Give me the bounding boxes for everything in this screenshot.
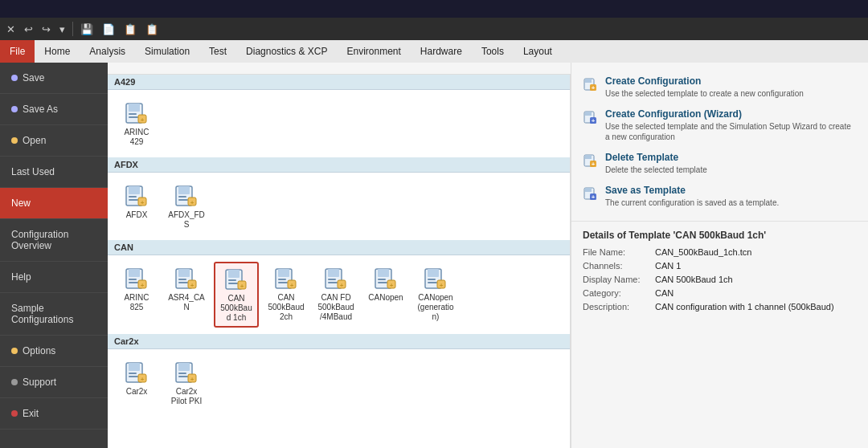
toolbar-close[interactable]: ✕ [3,22,18,37]
template-item-arinc825[interactable]: + ARINC 825 [114,262,159,328]
svg-rect-57 [428,282,437,283]
detail-value-0: CAN_500kBaud_1ch.tcn [655,247,751,257]
template-icon-arinc429: + [124,100,149,126]
svg-rect-14 [178,196,186,198]
toolbar-redo[interactable]: ↪ [39,22,54,37]
template-icon-car2x: + [124,360,149,385]
menu-item-file[interactable]: File [0,40,35,63]
sidebar-item-lastused[interactable]: Last Used [0,157,108,188]
svg-rect-69 [178,376,188,377]
menu-item-layout[interactable]: Layout [514,40,562,63]
sidebar-item-new[interactable]: New [0,188,108,219]
template-item-canopen[interactable]: + CANopen [363,262,408,328]
sidebar-label-help: Help [11,271,31,283]
menu-item-environment[interactable]: Environment [337,40,410,63]
sidebar-item-saveas[interactable]: Save As [0,94,108,125]
svg-rect-7 [129,186,140,194]
template-item-car2xpilotpki[interactable]: + Car2x Pilot PKI [164,356,209,410]
template-icon-can500k1ch: + [223,267,249,292]
action-text-create-config: Create ConfigurationUse the selected tem… [605,75,804,99]
template-label-can500k2ch: CAN 500kBaud 2ch [268,293,305,322]
svg-rect-55 [428,269,439,277]
svg-rect-20 [129,279,137,280]
action-desc-save-as-template: The current configuration is saved as a … [605,198,779,208]
toolbar-dropdown[interactable]: ▾ [56,22,68,37]
action-icon-create-config: + [583,76,599,92]
svg-rect-31 [228,270,240,278]
sidebar-item-sampleconfigs[interactable]: Sample Configurations [0,293,108,336]
action-item-create-config[interactable]: + Create ConfigurationUse the selected t… [583,71,857,104]
action-text-save-as-template: Save as TemplateThe current configuratio… [605,185,779,208]
sidebar-item-exit[interactable]: Exit [0,398,108,430]
svg-rect-62 [129,373,137,374]
template-item-arinc429[interactable]: + ARINC 429 [114,96,159,151]
menu-item-home[interactable]: Home [35,40,80,63]
detail-label-3: Category: [583,288,655,298]
toolbar-sep-1 [72,22,73,36]
template-item-afdxfds[interactable]: + AFDX_FDS [164,179,209,234]
detail-row-1: Channels:CAN 1 [583,261,857,271]
svg-rect-44 [328,279,336,280]
action-item-delete-template[interactable]: + Delete TemplateDelete the selected tem… [583,147,857,180]
template-label-car2xpilotpki: Car2x Pilot PKI [168,387,205,406]
sidebar-label-sampleconfigs: Sample Configurations [11,303,96,325]
svg-rect-26 [178,279,186,280]
sidebar-item-save[interactable]: Save [0,63,108,94]
template-icon-canopen: + [373,266,399,291]
template-label-canopen_gen: CANopen (generation) [417,293,454,322]
svg-rect-49 [378,269,389,277]
template-item-afdx[interactable]: + AFDX [114,179,159,234]
toolbar-new[interactable]: 📄 [99,22,118,37]
toolbar-copy[interactable]: 📋 [121,22,140,37]
svg-rect-27 [178,282,188,283]
sidebar-item-support[interactable]: Support [0,367,108,398]
sidebar-label-lastused: Last Used [11,166,55,177]
template-item-canopen_gen[interactable]: + CANopen (generation) [413,262,458,328]
template-icon-canfd500k: + [323,266,349,291]
sidebar-item-configoverview[interactable]: Configuration Overview [0,219,108,262]
template-item-car2x[interactable]: + Car2x [114,356,159,410]
details-title: Details of Template 'CAN 500kBaud 1ch' [583,230,857,241]
detail-label-2: Display Name: [583,275,655,284]
sidebar-item-options[interactable]: Options [0,336,108,367]
sidebar-label-new: New [11,198,31,209]
sidebar-label-open: Open [23,135,46,146]
detail-label-4: Description: [583,302,655,312]
sidebar-item-help[interactable]: Help [0,262,108,293]
sidebar-dot-open [11,137,18,144]
template-icon-afdxfds: + [174,183,199,209]
menu-item-diagnostics[interactable]: Diagnostics & XCP [236,40,337,63]
toolbar-undo[interactable]: ↩ [21,22,36,37]
svg-rect-67 [178,363,190,371]
actions-section: + Create ConfigurationUse the selected t… [571,63,868,222]
menu-item-hardware[interactable]: Hardware [411,40,472,63]
menu-item-test[interactable]: Test [199,40,236,63]
template-icon-car2xpilotpki: + [174,360,199,385]
svg-rect-19 [129,269,140,277]
menu-item-simulation[interactable]: Simulation [135,40,199,63]
action-item-save-as-template[interactable]: + Save as TemplateThe current configurat… [583,180,857,213]
action-item-create-config-wizard[interactable]: + Create Configuration (Wizard)Use the s… [583,104,857,147]
detail-value-2: CAN 500kBaud 1ch [655,275,733,284]
action-desc-create-config: Use the selected template to create a ne… [605,88,804,99]
menu-item-analysis[interactable]: Analysis [80,40,135,63]
svg-rect-85 [585,188,592,192]
template-item-can500k2ch[interactable]: + CAN 500kBaud 2ch [264,262,309,328]
template-item-can500k1ch[interactable]: + CAN 500kBaud 1ch [214,262,259,328]
template-item-canfd500k[interactable]: + CAN FD 500kBaud/4MBaud [313,262,358,328]
sidebar-item-open[interactable]: Open [0,125,108,157]
svg-rect-77 [585,112,592,116]
template-list[interactable]: A429 + ARINC 429AFDX + AFDX + AFDX_FDSCA… [108,75,571,448]
detail-label-0: File Name: [583,247,655,257]
template-label-arinc429: ARINC 429 [118,128,155,147]
menu-item-tools[interactable]: Tools [472,40,514,63]
toolbar-save[interactable]: 💾 [77,22,96,37]
detail-label-1: Channels: [583,261,655,271]
toolbar-paste[interactable]: 📋 [142,22,162,37]
template-icon-asr4can: + [174,266,199,291]
template-label-can500k1ch: CAN 500kBaud 1ch [219,294,254,323]
template-item-asr4can[interactable]: + ASR4_CAN [164,262,209,328]
title-bar [0,0,868,18]
svg-text:+: + [592,193,596,201]
svg-rect-33 [228,283,238,284]
